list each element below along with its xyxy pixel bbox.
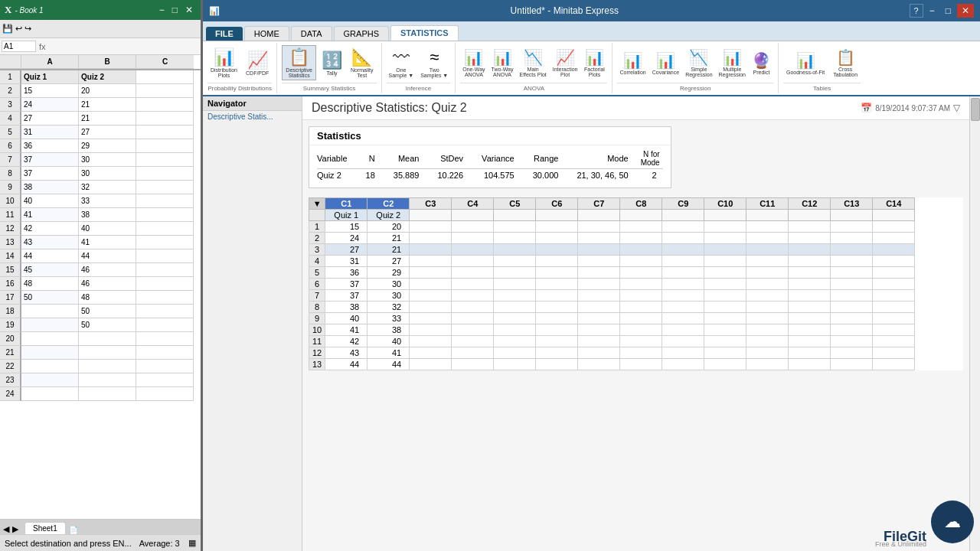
multiple-regression-btn[interactable]: 📊 MultipleRegression bbox=[717, 47, 748, 79]
cdf-pdf-btn[interactable]: 📈 CDF/PDF bbox=[243, 49, 272, 77]
spreadsheet-grid: A B C 1 Quiz 1 Quiz 2 2 15 20 3 24 21 4 … bbox=[0, 55, 201, 519]
main-effects-plot-btn[interactable]: 📉 MainEffects Plot bbox=[518, 47, 549, 79]
table-row: 7 37 30 bbox=[309, 290, 915, 302]
minitab-help-btn[interactable]: ? bbox=[910, 4, 923, 18]
table-row: 5 36 29 bbox=[309, 267, 915, 279]
brand-tagline: Free & Unlimited bbox=[875, 540, 926, 548]
ribbon-tab-home[interactable]: HOME bbox=[244, 26, 289, 41]
calendar-icon: 📅 bbox=[861, 103, 872, 113]
data-grid: ▼ C1 C2 C3 C4 C5 C6 C7 C8 C9 bbox=[309, 197, 915, 370]
simple-regression-btn[interactable]: 📉 SimpleRegression bbox=[683, 47, 714, 79]
redo-icon[interactable]: ↪ bbox=[24, 24, 31, 34]
table-row: 8 38 32 bbox=[309, 302, 915, 313]
correlation-btn[interactable]: 📊 Correlation bbox=[617, 50, 648, 77]
descriptive-statistics-btn[interactable]: 📋 DescriptiveStatistics bbox=[282, 45, 316, 80]
table-row: 9 40 33 bbox=[309, 313, 915, 324]
status-message: Select destination and press EN... bbox=[5, 539, 132, 548]
status-bar: Select destination and press EN... Avera… bbox=[0, 534, 201, 551]
output-timestamp: 8/19/2014 9:07:37 AM bbox=[875, 104, 950, 112]
ribbon-tab-statistics[interactable]: STATISTICS bbox=[390, 25, 459, 41]
distribution-plots-btn[interactable]: 📊 DistributionPlots bbox=[207, 46, 240, 80]
output-title: Descriptive Statistics: Quiz 2 bbox=[312, 101, 467, 115]
factorial-plots-btn[interactable]: 📊 FactorialPlots bbox=[581, 47, 607, 79]
minitab-title-bar: 📊 Untitled* - Minitab Express ? − □ ✕ bbox=[203, 0, 980, 21]
excel-minimize-btn[interactable]: − bbox=[156, 5, 168, 15]
save-icon[interactable]: 💾 bbox=[2, 24, 13, 34]
table-row: 13 44 44 bbox=[309, 359, 915, 370]
navigator-label: Navigator bbox=[203, 96, 302, 111]
navigator-item-descriptive[interactable]: Descriptive Statis... bbox=[203, 111, 302, 122]
excel-close-btn[interactable]: ✕ bbox=[182, 5, 196, 15]
covariance-btn[interactable]: 📊 Covariance bbox=[650, 50, 681, 77]
table-row: 3 27 21 bbox=[309, 244, 915, 256]
statistics-table: Variable N Mean StDev Variance Range Mod… bbox=[317, 148, 663, 181]
interaction-plot-btn[interactable]: 📈 InteractionPlot bbox=[550, 47, 580, 79]
table-row: 1 15 20 bbox=[309, 221, 915, 233]
ribbon-tab-data[interactable]: DATA bbox=[291, 26, 332, 41]
formula-input[interactable] bbox=[49, 42, 199, 51]
minitab-minimize-btn[interactable]: − bbox=[925, 4, 939, 18]
goodness-of-fit-btn[interactable]: 📊 Goodness-of-Fit bbox=[783, 50, 828, 77]
cell-reference-input[interactable] bbox=[2, 41, 36, 52]
minitab-close-btn[interactable]: ✕ bbox=[957, 4, 974, 18]
minitab-title: Untitled* - Minitab Express bbox=[511, 5, 619, 16]
cross-tabulation-btn[interactable]: 📋 CrossTabulation bbox=[830, 47, 861, 79]
undo-icon[interactable]: ↩ bbox=[15, 24, 22, 34]
col-header-a[interactable]: A bbox=[21, 55, 79, 69]
status-average: Average: 3 bbox=[139, 539, 180, 548]
minitab-restore-btn[interactable]: □ bbox=[941, 4, 956, 18]
data-grid-container: ▼ C1 C2 C3 C4 C5 C6 C7 C8 C9 bbox=[309, 197, 963, 370]
formula-bar: fx bbox=[0, 38, 201, 55]
output-scrollbar[interactable] bbox=[969, 96, 980, 551]
table-row: 10 41 38 bbox=[309, 324, 915, 336]
sheet-tab-sheet1[interactable]: Sheet1 bbox=[24, 522, 66, 534]
normality-test-btn[interactable]: 📐 NormalityTest bbox=[348, 46, 377, 80]
one-way-anova-btn[interactable]: 📊 One-WayANOVA bbox=[460, 47, 487, 79]
ribbon-tab-file[interactable]: FILE bbox=[206, 27, 243, 41]
expand-icon[interactable]: ▽ bbox=[953, 103, 960, 113]
table-row: 11 42 40 bbox=[309, 336, 915, 347]
col-header-c[interactable]: C bbox=[136, 55, 194, 69]
statistics-box: Statistics Variable N Mean StDev Varianc… bbox=[309, 126, 671, 188]
two-way-anova-btn[interactable]: 📊 Two-WayANOVA bbox=[489, 47, 516, 79]
table-row: 6 37 30 bbox=[309, 279, 915, 290]
table-row: 2 24 21 bbox=[309, 233, 915, 244]
output-header: Descriptive Statistics: Quiz 2 📅 8/19/20… bbox=[302, 96, 969, 120]
brand-logo: ☁ bbox=[931, 500, 974, 543]
statistics-box-title: Statistics bbox=[309, 127, 671, 145]
ribbon-tab-graphs[interactable]: GRAPHS bbox=[334, 26, 389, 41]
table-row: 12 43 41 bbox=[309, 347, 915, 359]
col-header-b[interactable]: B bbox=[79, 55, 136, 69]
table-row: 4 31 27 bbox=[309, 256, 915, 267]
two-samples-btn[interactable]: ≈ TwoSamples ▼ bbox=[418, 46, 450, 80]
one-sample-btn[interactable]: 〰 OneSample ▼ bbox=[387, 46, 416, 80]
excel-restore-btn[interactable]: □ bbox=[169, 5, 181, 15]
predict-btn[interactable]: 🔮 Predict bbox=[750, 50, 773, 77]
tally-btn[interactable]: 🔢 Tally bbox=[318, 49, 345, 77]
